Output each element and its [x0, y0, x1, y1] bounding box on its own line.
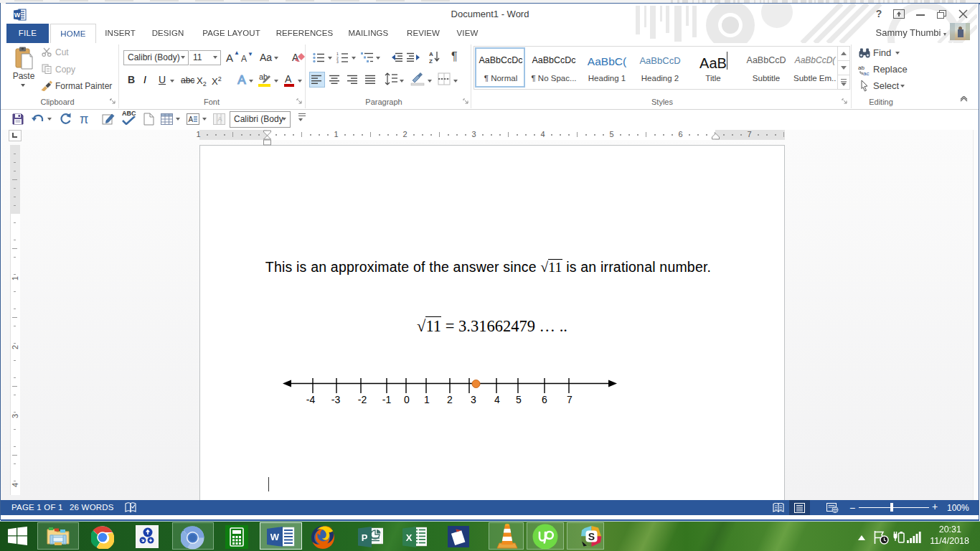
svg-text:A: A [429, 51, 433, 57]
svg-text:-3: -3 [331, 394, 341, 405]
svg-text:4: 4 [494, 394, 500, 405]
svg-text:1: 1 [424, 394, 430, 405]
svg-text:Z: Z [429, 58, 433, 65]
svg-text:20:31: 20:31 [939, 524, 961, 534]
svg-text:2: 2 [447, 394, 453, 405]
svg-text:11/4/2018: 11/4/2018 [930, 536, 969, 546]
svg-text:7: 7 [567, 394, 573, 405]
svg-text:P: P [362, 532, 368, 543]
svg-text:-2: -2 [358, 394, 367, 405]
svg-text:ac: ac [863, 70, 869, 75]
svg-text:3: 3 [471, 394, 476, 405]
svg-text:-4: -4 [306, 394, 316, 405]
svg-text:S: S [588, 531, 595, 542]
svg-text:A: A [237, 73, 246, 87]
svg-text:6: 6 [542, 394, 547, 405]
svg-text:3: 3 [336, 60, 339, 63]
svg-text:A: A [218, 116, 222, 123]
svg-text:0: 0 [404, 394, 410, 405]
svg-text:W: W [14, 11, 21, 19]
svg-text:W: W [270, 532, 280, 542]
svg-text:X: X [406, 532, 413, 543]
svg-text:5: 5 [516, 394, 522, 405]
svg-text:A: A [189, 116, 194, 123]
svg-text:-1: -1 [382, 394, 392, 405]
